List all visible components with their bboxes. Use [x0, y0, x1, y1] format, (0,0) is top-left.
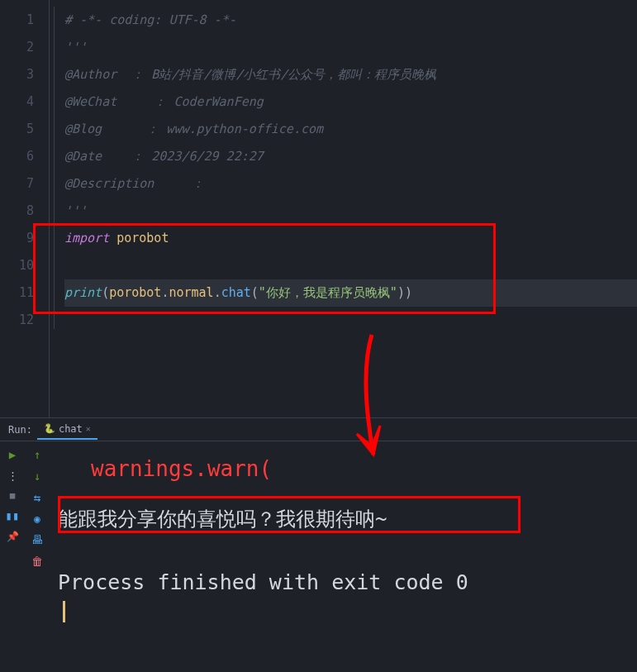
line-number: 8 — [0, 198, 49, 225]
code-line[interactable]: @Description ： — [64, 170, 637, 198]
line-number: 10 — [0, 252, 49, 279]
print-icon[interactable]: 🖶 — [31, 533, 43, 546]
console-exit-line: Process finished with exit code 0 — [58, 570, 629, 594]
code-line[interactable]: ''' — [64, 34, 637, 61]
gutter: 123456789101112 — [0, 0, 50, 417]
pin-icon[interactable]: 📌 — [7, 531, 19, 542]
trash-icon[interactable]: 🗑 — [31, 555, 43, 568]
run-panel: Run: 🐍 chat ✕ ▶ ⋮ ■ ▮▮ 📌 ↑ ↓ ⇆ ◉ 🖶 🗑 war… — [0, 417, 637, 637]
line-number: 3 — [0, 61, 49, 88]
line-number: 6 — [0, 143, 49, 170]
run-tab-chat[interactable]: 🐍 chat ✕ — [37, 420, 97, 440]
code-line[interactable] — [64, 252, 637, 279]
code-line[interactable]: import porobot — [64, 225, 637, 252]
line-number: 2 — [0, 34, 49, 61]
code-line[interactable]: @Date ： 2023/6/29 22:27 — [64, 143, 637, 170]
code-line[interactable]: @Blog ： www.python-office.com — [64, 116, 637, 143]
code-content[interactable]: # -*- coding: UTF-8 -*-'''@Author ： B站/抖… — [50, 0, 637, 417]
run-toolbar-right: ↑ ↓ ⇆ ◉ 🖶 🗑 — [25, 441, 50, 637]
stop-icon[interactable]: ■ — [10, 490, 16, 501]
console-warning-line: warnings.warn( — [91, 456, 629, 481]
scroll-down-icon[interactable]: ↓ — [34, 469, 40, 483]
line-number: 1 — [0, 7, 49, 34]
more-icon[interactable]: ⋮ — [7, 469, 18, 482]
run-icon[interactable]: ▶ — [9, 448, 16, 461]
console-response-line: 能跟我分享你的喜悦吗？我很期待呐~ — [58, 506, 629, 532]
code-line[interactable]: ''' — [64, 198, 637, 225]
line-number: 5 — [0, 116, 49, 143]
soft-wrap-icon[interactable]: ⇆ — [34, 491, 40, 504]
line-number: 9 — [0, 225, 49, 252]
target-icon[interactable]: ◉ — [34, 512, 40, 525]
close-icon[interactable]: ✕ — [86, 424, 91, 433]
line-number: 4 — [0, 88, 49, 116]
restart-icon[interactable]: ↑ — [34, 448, 40, 461]
cursor-icon — [63, 601, 65, 622]
run-label: Run: — [3, 424, 37, 436]
code-line[interactable]: @Author ： B站/抖音/微博/小红书/公众号，都叫：程序员晚枫 — [64, 61, 637, 88]
run-tab-title: chat — [59, 423, 83, 435]
code-line[interactable]: # -*- coding: UTF-8 -*- — [64, 7, 637, 34]
code-line[interactable] — [64, 307, 637, 334]
run-toolbar-left: ▶ ⋮ ■ ▮▮ 📌 — [0, 441, 25, 637]
run-header: Run: 🐍 chat ✕ — [0, 418, 637, 441]
code-line[interactable]: print(porobot.normal.chat("你好，我是程序员晚枫")) — [64, 279, 637, 307]
line-number: 7 — [0, 170, 49, 198]
console-output[interactable]: warnings.warn( 能跟我分享你的喜悦吗？我很期待呐~ Process… — [50, 441, 637, 637]
layout-icon[interactable]: ▮▮ — [6, 509, 20, 522]
line-number: 12 — [0, 307, 49, 334]
line-number: 11 — [0, 279, 49, 307]
code-editor[interactable]: 123456789101112 # -*- coding: UTF-8 -*-'… — [0, 0, 637, 417]
code-line[interactable]: @WeChat ： CoderWanFeng — [64, 88, 637, 116]
python-icon: 🐍 — [44, 423, 55, 434]
